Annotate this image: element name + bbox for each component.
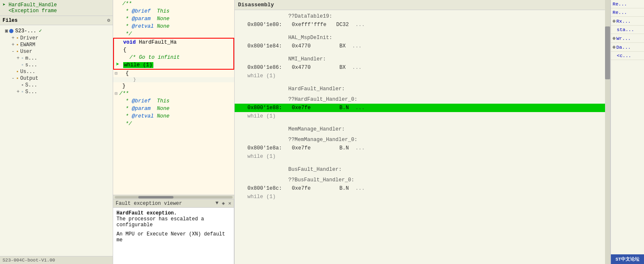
s23-row[interactable]: ▣ S23-... ✓: [0, 27, 113, 35]
h-scrollbar-area[interactable]: [113, 195, 234, 199]
code-line: * @brief This: [113, 97, 234, 105]
disasm-hex: 0xe7fe: [292, 145, 330, 151]
user-label: User: [20, 49, 32, 55]
line-arrow: [115, 30, 122, 38]
far-right-item-da[interactable]: ⊕ Da...: [611, 43, 644, 52]
disasm-instr-line: 0x800'1e86: 0x4770 BX ...: [235, 63, 605, 72]
disasm-while: while (1): [235, 72, 605, 80]
disasm-label: HAL_MspDeInit:: [235, 31, 605, 42]
line-arrow: [115, 15, 122, 23]
disasm-label: ??MemManage_Handler_0:: [235, 133, 605, 144]
far-right-item-c[interactable]: <c...: [611, 52, 644, 60]
disasm-addr: 0x800'1e84:: [238, 43, 282, 49]
file-icon: ▪: [21, 82, 24, 88]
status-bar: S23-004C-boot-V1.00: [0, 256, 113, 264]
folder-icon: ▪: [16, 69, 19, 75]
far-right-label: sta...: [617, 27, 634, 32]
far-right-item-rx[interactable]: ⊕ Rx...: [611, 17, 644, 26]
while-text: while (1): [123, 61, 232, 69]
tree-item-s3[interactable]: + ▫ S...: [0, 89, 113, 95]
disasm-dots: ...: [355, 145, 365, 151]
far-right-item-wr[interactable]: ⊕ Wr...: [611, 34, 644, 43]
disasm-instr: B.N: [339, 186, 349, 191]
disasm-main: Disassembly ??DataTable19: 0x800'1e80: 0…: [235, 0, 605, 264]
code-text: * @retval None: [122, 112, 233, 120]
code-line: */: [113, 120, 234, 128]
line-arrow: [116, 54, 123, 61]
line-arrow: [115, 112, 122, 120]
tree-item-us[interactable]: ▪ Us...: [0, 68, 113, 75]
fault-line2-text: The processor has escalated a configurab…: [116, 216, 204, 228]
disasm-label: ??HardFault_Handler_0:: [235, 93, 605, 104]
disasm-label: ??BusFault_Handler_0:: [235, 174, 605, 184]
collapse-indicator: ⊟: [115, 70, 118, 77]
disasm-dots: ...: [355, 186, 365, 191]
blue-dot: [9, 29, 13, 33]
far-right-label: Re...: [613, 10, 627, 15]
line-arrow: [115, 97, 122, 105]
line-arrow: [115, 105, 122, 112]
far-right-item-sta[interactable]: sta...: [611, 26, 644, 34]
fault-spacer: [116, 228, 230, 231]
close-icon[interactable]: ✕: [228, 200, 231, 206]
st-logo[interactable]: ST中文论坛: [611, 254, 644, 264]
v-scroll-thumb[interactable]: [605, 26, 610, 79]
fault-panel: Fault exception viewer ▼ ◈ ✕ HardFault e…: [113, 199, 234, 264]
disasm-hex: 0x4770: [292, 65, 330, 71]
disasm-instr-line: 0x800'1e80: 0xefff'fffe DC32 ...: [235, 21, 605, 29]
line-arrow: [116, 39, 123, 46]
s1-label: s...: [25, 62, 37, 68]
far-right-item-re1[interactable]: Re...: [611, 0, 644, 8]
pin-icon[interactable]: ◈: [222, 200, 225, 206]
tree-item-output[interactable]: - ▪ Output: [0, 75, 113, 82]
fault-icons[interactable]: ▼ ◈ ✕: [215, 200, 231, 206]
disasm-highlighted-line: 0x800'1e88: 0xe7fe B.N ...: [235, 104, 605, 112]
code-text: * @param None: [122, 15, 233, 23]
tree-item-s1[interactable]: ▫ s...: [0, 62, 113, 68]
far-right-item-re2[interactable]: Re...: [611, 8, 644, 17]
disasm-instr-line: 0x800'1e8c: 0xe7fe B.N ...: [235, 184, 605, 193]
far-right-label: <c...: [617, 53, 631, 58]
code-line: */: [113, 30, 234, 38]
fault-header: Fault exception viewer ▼ ◈ ✕: [113, 199, 234, 208]
disasm-scroll[interactable]: ??DataTable19: 0x800'1e80: 0xefff'fffe D…: [235, 10, 605, 264]
v-scrollbar[interactable]: [605, 0, 610, 264]
disasm-label: HardFault_Handler:: [235, 83, 605, 93]
h-scroll-thumb[interactable]: [138, 196, 173, 199]
gear-icon[interactable]: ⚙: [107, 17, 110, 24]
disasm-label: BusFault_Handler:: [235, 163, 605, 174]
fault-content: HardFault exception. The processor has e…: [113, 208, 234, 246]
plus-icon: ⊕: [613, 44, 616, 50]
us-label: Us...: [20, 69, 35, 75]
code-area[interactable]: /** * @brief This * @param None * @retva…: [113, 0, 234, 195]
code-text: * @brief This: [122, 8, 233, 15]
folder-icon: ▪: [16, 76, 19, 81]
m-label: m...: [25, 55, 37, 61]
tree-item-s2[interactable]: ▪ S...: [0, 82, 113, 89]
middle-panel: /** * @brief This * @param None * @retva…: [113, 0, 235, 264]
code-text: }: [122, 82, 233, 90]
h-scrollbar[interactable]: [115, 196, 233, 199]
line-arrow: [115, 120, 122, 128]
fault-line4-text: An MPU or Execute Never (XN) default me: [116, 231, 225, 243]
tree-item-m[interactable]: + ▫ m...: [0, 55, 113, 62]
disasm-addr: 0x800'1e88:: [238, 105, 282, 111]
disasm-title: Disassembly: [238, 2, 274, 8]
line-arrow: [115, 23, 122, 30]
tree-item-user[interactable]: - ▪ User: [0, 48, 113, 55]
dropdown-icon[interactable]: ▼: [215, 200, 218, 206]
tree-item-driver[interactable]: + ▪ Driver: [0, 35, 113, 42]
code-scroll[interactable]: /** * @brief This * @param None * @retva…: [113, 0, 234, 195]
code-text: /**: [122, 0, 233, 8]
disasm-hex: 0xefff'fffe: [292, 22, 327, 28]
line-arrow: [116, 46, 123, 54]
left-panel: ➤ HardFault_Handle <Exception frame File…: [0, 0, 113, 264]
disasm-dots: ...: [355, 22, 365, 28]
driver-label: Driver: [20, 35, 38, 41]
disasm-instr: DC32: [336, 22, 349, 28]
fault-line2: The processor has escalated a configurab…: [116, 216, 230, 228]
tree-item-ewarm[interactable]: + ▪ EWARM: [0, 42, 113, 48]
files-title: Files: [3, 18, 107, 24]
code-line: }: [113, 82, 234, 90]
expand-icon: +: [10, 42, 16, 48]
